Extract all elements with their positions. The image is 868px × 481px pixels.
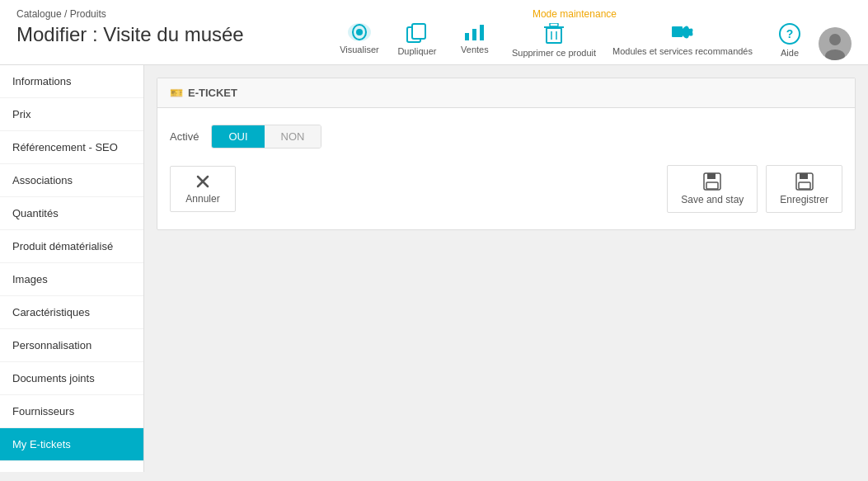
cancel-icon	[195, 173, 211, 190]
sidebar-item-referencement[interactable]: Référencement - SEO	[0, 131, 143, 164]
sidebar-item-fournisseurs[interactable]: Fournisseurs	[0, 395, 143, 428]
toolbar-visualiser[interactable]: Visualiser	[339, 23, 380, 61]
svg-rect-23	[706, 182, 718, 189]
sidebar: Informations Prix Référencement - SEO As…	[0, 65, 144, 472]
toolbar-supprimer-label: Supprimer ce produit	[512, 48, 596, 58]
page-title: Modifier : Visite du musée	[16, 23, 244, 54]
breadcrumb-catalogue[interactable]: Catalogue	[16, 8, 62, 20]
header-top: Modifier : Visite du musée Mode maintena…	[16, 23, 852, 64]
main-content: 🎫 E-TICKET Activé OUI NON	[144, 65, 868, 472]
toggle-oui[interactable]: OUI	[212, 125, 264, 148]
toolbar-aide[interactable]: ? Aide	[769, 23, 810, 64]
svg-rect-10	[547, 28, 561, 43]
svg-rect-25	[800, 173, 808, 179]
svg-rect-6	[472, 29, 476, 40]
breadcrumb-produits: Produits	[70, 8, 106, 20]
svg-rect-22	[707, 173, 716, 179]
sidebar-item-personnalisation[interactable]: Personnalisation	[0, 329, 143, 362]
toolbar-ventes[interactable]: Ventes	[454, 23, 495, 61]
sidebar-item-documents-joints[interactable]: Documents joints	[0, 362, 143, 395]
toggle-group: OUI NON	[211, 125, 321, 149]
sidebar-item-informations[interactable]: Informations	[0, 65, 143, 98]
avatar[interactable]	[819, 27, 852, 60]
sidebar-item-images[interactable]: Images	[0, 263, 143, 296]
svg-rect-5	[465, 33, 469, 40]
sidebar-item-prix[interactable]: Prix	[0, 98, 143, 131]
eticket-card: 🎫 E-TICKET Activé OUI NON	[157, 78, 856, 230]
toolbar-supprimer[interactable]: Supprimer ce produit	[512, 23, 596, 64]
toolbar-modules[interactable]: Modules et services recommandés	[612, 23, 753, 63]
toggle-label: Activé	[170, 130, 199, 143]
save-icon	[795, 172, 814, 191]
toolbar-dupliquer[interactable]: Dupliquer	[396, 23, 438, 63]
breadcrumb: Catalogue / Produits	[16, 8, 852, 20]
svg-rect-9	[550, 23, 558, 26]
layout: Informations Prix Référencement - SEO As…	[0, 65, 868, 472]
action-right: Save and stay Enregistrer	[667, 165, 842, 213]
toolbar-dupliquer-label: Dupliquer	[397, 46, 436, 56]
toggle-non[interactable]: NON	[265, 125, 321, 148]
sidebar-item-caracteristiques[interactable]: Caractéristiques	[0, 296, 143, 329]
sidebar-item-my-etickets[interactable]: My E-tickets	[0, 428, 143, 461]
maintenance-label: Mode maintenance	[533, 8, 617, 20]
svg-point-17	[829, 34, 841, 45]
toolbar-aide-label: Aide	[781, 48, 799, 58]
svg-text:?: ?	[786, 27, 794, 40]
breadcrumb-separator: /	[64, 8, 70, 20]
header: Catalogue / Produits Modifier : Visite d…	[0, 0, 868, 65]
svg-rect-26	[799, 182, 810, 189]
svg-rect-7	[480, 25, 484, 40]
card-body: Activé OUI NON Annuler	[157, 108, 855, 229]
toolbar-visualiser-label: Visualiser	[340, 45, 379, 54]
enregistrer-button[interactable]: Enregistrer	[766, 165, 842, 213]
sidebar-item-quantites[interactable]: Quantités	[0, 197, 143, 230]
annuler-label: Annuler	[185, 193, 219, 205]
svg-rect-4	[412, 24, 425, 39]
toolbar-modules-label: Modules et services recommandés	[612, 46, 753, 56]
save-and-stay-button[interactable]: Save and stay	[667, 165, 758, 213]
toggle-row: Activé OUI NON	[170, 125, 842, 149]
ticket-icon: 🎫	[170, 87, 183, 99]
annuler-button[interactable]: Annuler	[170, 166, 236, 212]
action-row: Annuler Save and stay	[170, 165, 842, 213]
toolbar: Mode maintenance Visualiser	[339, 23, 810, 64]
card-title: E-TICKET	[188, 87, 237, 99]
sidebar-item-associations[interactable]: Associations	[0, 164, 143, 197]
enregistrer-label: Enregistrer	[780, 194, 828, 205]
action-left: Annuler	[170, 166, 236, 212]
card-header: 🎫 E-TICKET	[157, 78, 855, 108]
save-stay-icon	[703, 172, 721, 191]
toolbar-ventes-label: Ventes	[461, 45, 489, 54]
save-and-stay-label: Save and stay	[681, 194, 744, 205]
sidebar-item-produit-dematerialise[interactable]: Produit dématérialisé	[0, 230, 143, 263]
svg-point-2	[356, 29, 363, 35]
